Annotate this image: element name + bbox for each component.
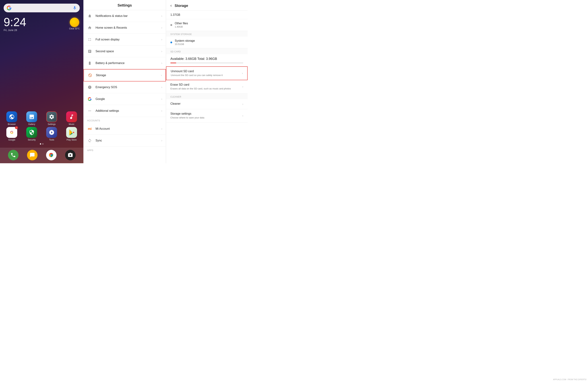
home-app-grid: Browser Gallery Settings: [0, 32, 83, 148]
mic-icon: [72, 6, 77, 10]
storage-other-files[interactable]: Other files 1.40GB: [166, 19, 248, 31]
dock-chrome[interactable]: [46, 150, 57, 160]
other-files-content: Other files 1.40GB: [175, 22, 243, 28]
additional-label: Additional settings: [96, 109, 161, 112]
settings-header: Settings: [84, 0, 166, 10]
homescreen-chevron: ›: [161, 26, 162, 29]
cleaner-section-label: CLEANER: [166, 93, 248, 99]
secondspace-icon: [87, 49, 92, 54]
settings-battery[interactable]: Battery & performance ›: [84, 57, 166, 69]
settings-sync[interactable]: Sync ›: [84, 135, 166, 147]
weather-icon: [70, 18, 79, 27]
secondspace-label: Second space: [96, 50, 161, 53]
unmount-sd-card[interactable]: Unmount SD card Unmount the SD card so y…: [166, 67, 248, 80]
mi-account-label: Mi Account: [96, 127, 161, 130]
system-size: 10.51GB: [175, 43, 243, 45]
app-security[interactable]: Security: [23, 127, 40, 141]
settings-additional[interactable]: Additional settings ›: [84, 105, 166, 117]
settings-google[interactable]: Google ›: [84, 93, 166, 105]
app-tools[interactable]: Tools: [43, 127, 60, 141]
notifications-icon: [87, 13, 92, 19]
sd-card-label: SD CARD: [166, 48, 248, 54]
storage-settings-chevron: ›: [242, 114, 243, 117]
homescreen-label: Home screen & Recents: [96, 26, 161, 29]
sd-card-info: Available: 3.66GB Total: 3.96GB: [166, 54, 248, 67]
battery-label: Battery & performance: [96, 62, 161, 65]
home-status-bar: [0, 0, 83, 2]
sd-progress-fill: [170, 63, 176, 63]
erase-chevron: ›: [242, 85, 243, 88]
cleaner-chevron: ›: [242, 102, 243, 106]
google-settings-icon: [87, 96, 92, 102]
playstore-label: Play Store: [66, 138, 77, 141]
top-value-text: 1.37GB: [170, 13, 243, 17]
other-files-size: 1.40GB: [175, 25, 243, 28]
browser-label: Browser: [8, 123, 16, 126]
browser-icon: [6, 111, 17, 122]
google-settings-label: Google: [96, 97, 161, 101]
home-time-weather: 9:24 Fri, June 28 Clear 33°C: [0, 15, 83, 32]
tools-label: Tools: [49, 138, 54, 141]
app-gallery[interactable]: Gallery: [23, 111, 40, 126]
cleaner[interactable]: Cleaner ›: [166, 99, 248, 109]
google-search-bar[interactable]: [4, 4, 80, 12]
home-date: Fri, June 28: [4, 29, 26, 32]
cleaner-title: Cleaner: [170, 102, 240, 105]
google-badge: 1: [15, 126, 18, 129]
system-dot: [170, 42, 172, 43]
home-screen: 9:24 Fri, June 28 Clear 33°C Browser: [0, 0, 83, 163]
battery-chevron: ›: [161, 62, 162, 65]
notifications-label: Notifications & status bar: [96, 14, 161, 18]
settings-notifications[interactable]: Notifications & status bar ›: [84, 10, 166, 22]
app-google[interactable]: G 1 Google: [4, 127, 20, 141]
gallery-label: Gallery: [28, 123, 35, 126]
cleaner-content: Cleaner: [170, 102, 240, 106]
settings-title: Settings: [87, 3, 162, 7]
storage-system[interactable]: System storage 10.51GB: [166, 37, 248, 48]
dock-camera[interactable]: [65, 150, 76, 160]
sos-chevron: ›: [161, 86, 162, 89]
settings-mi-account[interactable]: mi Mi Account ›: [84, 123, 166, 135]
system-name: System storage: [175, 39, 243, 43]
system-content: System storage 10.51GB: [175, 39, 243, 45]
settings-panel: Settings Notifications & status bar › Ho…: [83, 0, 166, 163]
dot-2: [42, 143, 43, 145]
other-files-dot: [170, 24, 172, 26]
settings-secondspace[interactable]: Second space ›: [84, 45, 166, 57]
google-icon: G 1: [6, 127, 17, 138]
time-date-block: 9:24 Fri, June 28: [4, 16, 26, 32]
app-music[interactable]: Music: [63, 111, 80, 126]
erase-sd-card[interactable]: Erase SD card Erases all data on the SD …: [166, 80, 248, 93]
gallery-icon: [26, 111, 37, 122]
dock-messages[interactable]: [27, 150, 38, 160]
erase-title: Erase SD card: [170, 83, 240, 86]
storage-list: 1.37GB Other files 1.40GB SYSTEM STORAGE…: [166, 11, 248, 163]
app-settings[interactable]: Settings: [43, 111, 60, 126]
page-dots: [2, 143, 82, 146]
sos-icon: [87, 85, 92, 90]
tools-icon: [46, 127, 57, 138]
dock-phone[interactable]: [8, 150, 19, 160]
settings-sos[interactable]: Emergency SOS ›: [84, 81, 166, 93]
app-browser[interactable]: Browser: [4, 111, 20, 126]
mi-account-chevron: ›: [161, 127, 162, 130]
erase-content: Erase SD card Erases all data on the SD …: [170, 83, 240, 90]
settings-fullscreen[interactable]: Full screen display ›: [84, 34, 166, 45]
app-playstore[interactable]: Play Store: [63, 127, 80, 141]
settings-homescreen[interactable]: Home screen & Recents ›: [84, 22, 166, 34]
back-button[interactable]: ‹: [170, 3, 172, 8]
storage-label: Storage: [96, 74, 161, 77]
google-g-icon: [6, 5, 12, 11]
playstore-icon: [66, 127, 77, 138]
storage-settings-title: Storage settings: [170, 112, 240, 115]
sync-icon: [87, 138, 92, 143]
system-storage-label: SYSTEM STORAGE: [166, 31, 248, 37]
music-icon: [66, 111, 77, 122]
unmount-chevron: ›: [242, 72, 243, 75]
storage-header: ‹ Storage: [166, 0, 248, 11]
secondspace-chevron: ›: [161, 50, 162, 53]
security-icon: [26, 127, 37, 138]
music-label: Music: [69, 123, 74, 126]
settings-storage[interactable]: Storage ›: [84, 69, 166, 81]
storage-settings[interactable]: Storage settings Choose where to save yo…: [166, 109, 248, 122]
